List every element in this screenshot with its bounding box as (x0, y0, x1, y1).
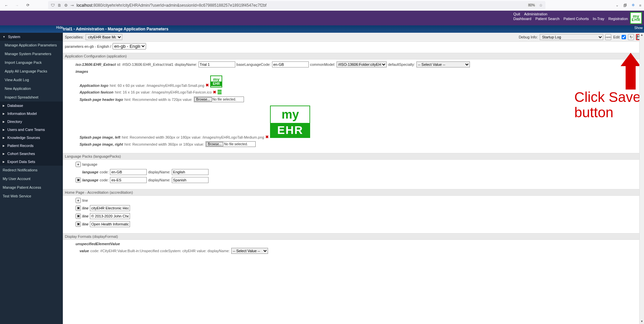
patient-search-link[interactable]: Patient Search (535, 17, 559, 21)
patient-cohorts-link[interactable]: Patient Cohorts (563, 17, 589, 21)
images-label: images (76, 69, 88, 73)
administration-link[interactable]: Administration (524, 12, 547, 16)
section-app-config-header: Application Configuration (application) (63, 53, 644, 59)
line-input-0[interactable] (90, 205, 130, 211)
lang-code-input-0[interactable] (110, 169, 147, 175)
annotation-text: Click Save button (574, 90, 641, 120)
sidebar-item-new-application[interactable]: New Application (0, 84, 63, 93)
displayname-select[interactable]: -- Select Value -- (231, 248, 268, 254)
star-icon[interactable]: ☆ (539, 3, 543, 8)
sidebar-item-manage-app-params[interactable]: Manage Application Parameters (0, 41, 63, 49)
sidebar-item-manage-sys-params[interactable]: Manage System Parameters (0, 49, 63, 58)
url-bar[interactable]: 🛡 🗎 ⚙ ⊸ localhost:8080/cityehr/ehr/cityE… (48, 1, 545, 10)
splash-left-remove-icon[interactable]: ✖ (265, 135, 269, 139)
quit-link[interactable]: Quit (513, 12, 520, 16)
id-label: id: (117, 62, 121, 66)
browse-button-2[interactable]: Browse... (206, 142, 224, 146)
header-logo: my EHR (630, 12, 642, 24)
sidebar-item-manage-patient-access[interactable]: Manage Patient Access (0, 183, 63, 192)
in-tray-link[interactable]: In-Tray (593, 17, 604, 21)
shield-icon: 🛡 (51, 3, 55, 8)
splash-right-file[interactable]: Browse... No file selected. (206, 141, 256, 147)
sidebar-group-export-data[interactable]: Export Data Sets (0, 158, 63, 166)
scrollbar[interactable]: ▴ ▾ (639, 33, 644, 324)
add-language-button[interactable]: + (76, 162, 81, 167)
app-favicon-remove-icon[interactable]: ✖ (213, 90, 216, 95)
remove-line-1[interactable]: ✖ (76, 213, 81, 219)
sidebar-item-import-lang-pack[interactable]: Import Language Pack (0, 58, 63, 67)
line-label-1: line (82, 214, 89, 218)
lang-display-input-1[interactable] (172, 177, 209, 183)
app-favicon-hint: hint: 16 x 16 px value: /images/myEHRLog… (115, 90, 212, 94)
no-file-text: No file selected. (213, 98, 236, 101)
sidebar-group-directory[interactable]: Directory (0, 118, 63, 126)
settings-icon: ⚙ (64, 3, 68, 8)
lang-code-input-1[interactable] (110, 177, 147, 183)
specialties-select[interactable]: cityEHR Base Model (86, 34, 122, 40)
app-logo-remove-icon[interactable]: ✖ (206, 83, 209, 88)
scroll-up-icon[interactable]: ▴ (640, 33, 644, 37)
line-label-2: line (82, 222, 89, 226)
language-row-label: language (82, 170, 98, 174)
dashboard-link[interactable]: Dashboard (513, 17, 531, 21)
sidebar-item-apply-lang-packs[interactable]: Apply All Language Packs (0, 67, 63, 75)
splash-header-file[interactable]: Browse... No file selected. (194, 97, 244, 102)
splash-left-hint: hint: Recommended width 360px or 180px v… (122, 135, 264, 139)
defaultspecialty-select[interactable]: -- Select Value -- (416, 61, 470, 67)
remove-language-button-1[interactable]: ✖ (76, 177, 81, 183)
sidebar-group-patient-records[interactable]: Patient Records (0, 142, 63, 150)
app-logo-hint: hint: 60 x 60 px value: /images/myEHRLog… (110, 84, 204, 88)
refresh-button[interactable]: ↻ (628, 34, 634, 40)
lang-display-input-0[interactable] (172, 169, 209, 175)
annotation-arrow (621, 53, 641, 90)
remove-line-0[interactable]: ✖ (76, 205, 81, 211)
displayname-label-0: displayName: (148, 170, 170, 174)
displayname-input[interactable] (199, 61, 235, 67)
commonmodel-select[interactable]: #ISO-13606:Folder:cityEHRBase (337, 61, 387, 67)
sidebar-group-database[interactable]: Database (0, 102, 63, 110)
section-accreditation-header: Home Page - Accreditation (accreditation… (63, 189, 644, 196)
sidebar-item-view-audit-log[interactable]: View Audit Log (0, 75, 63, 84)
parameters-select[interactable]: en-gb - English (113, 43, 146, 49)
splash-left-label: Splash page image, left (80, 135, 120, 139)
add-line-button[interactable]: + (76, 198, 81, 203)
registration-link[interactable]: Registration (608, 17, 628, 21)
remove-line-2[interactable]: ✖ (76, 221, 81, 227)
commonmodel-label: commonModel: (310, 62, 335, 66)
menu-icon[interactable]: ≡ (639, 3, 641, 7)
reload-button[interactable]: ⟳ (24, 2, 31, 9)
sidebar-group-system[interactable]: System (0, 33, 63, 41)
sidebar-group-info-model[interactable]: Information Model (0, 110, 63, 118)
forward-button[interactable]: → (13, 2, 21, 9)
section-langpacks-body: + language language code: displayName: ✖… (63, 160, 644, 187)
sidebar-item-test-web-service[interactable]: Test Web Service (0, 192, 63, 200)
favicon-stack-icon[interactable] (218, 90, 222, 95)
reader-icon[interactable]: 🗐 (623, 3, 627, 7)
sidebar-item-my-user-account[interactable]: My User Account (0, 174, 63, 183)
baselang-input[interactable] (272, 61, 309, 67)
extract-label: iso-13606:EHR_Extract (76, 62, 116, 66)
pocket-icon[interactable]: ⌄ (616, 3, 619, 7)
sidebar-group-cohort-searches[interactable]: Cohort Searches (0, 150, 63, 158)
toolbar-row2: parameters en-gb - English / en-gb - Eng… (63, 42, 644, 51)
show-link[interactable]: Show (634, 26, 643, 30)
code-text: code: #CityEHR:Value:Built-in:Unspecifie… (90, 249, 230, 253)
line-input-1[interactable] (90, 213, 130, 219)
key-icon: ⊸ (71, 3, 74, 8)
debug-icon-button[interactable]: <xml> (605, 34, 611, 40)
line-input-2[interactable] (90, 221, 130, 227)
sidebar-group-knowledge[interactable]: Knowledge Sources (0, 134, 63, 142)
browser-toolbar: ← → ⟳ 🛡 🗎 ⚙ ⊸ localhost:8080/cityehr/ehr… (0, 0, 644, 11)
debug-select[interactable]: Startup Log (540, 34, 603, 40)
extension-icon[interactable]: ✲ (632, 3, 635, 7)
sidebar-item-redirect-notifications[interactable]: Redirect Notifications (0, 166, 63, 174)
back-button[interactable]: ← (3, 2, 10, 9)
browse-button[interactable]: Browse... (195, 97, 212, 102)
sidebar-group-users[interactable]: Users and Care Teams (0, 126, 63, 134)
app-logo-label: Application logo (80, 84, 108, 88)
zoom-badge[interactable]: 80% (527, 3, 536, 7)
hide-link[interactable]: Hide (56, 26, 63, 29)
edit-checkbox[interactable] (622, 34, 626, 40)
scroll-down-icon[interactable]: ▾ (640, 319, 644, 324)
sidebar-item-inspect-spreadsheet[interactable]: Inspect Spreadsheet (0, 93, 63, 102)
